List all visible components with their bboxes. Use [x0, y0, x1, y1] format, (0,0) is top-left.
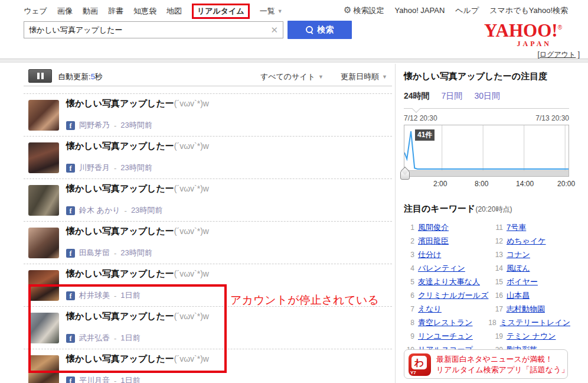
- result-thumbnail[interactable]: [28, 355, 59, 383]
- pause-button[interactable]: [28, 69, 52, 83]
- keyword-link[interactable]: 山本昌: [507, 290, 530, 301]
- timestamp: 1日前: [120, 333, 140, 343]
- timestamp: 1日前: [120, 290, 140, 301]
- result-title[interactable]: 懐かしい写真アップしたー(´vωv`*)w: [66, 353, 209, 365]
- author-link[interactable]: 鈴木 あかり: [79, 205, 120, 216]
- result-thumbnail[interactable]: [28, 185, 59, 216]
- keyword-link[interactable]: 7号車: [507, 222, 526, 233]
- range-end: 7/13 20:30: [535, 114, 569, 122]
- nav-dictionary[interactable]: 辞書: [108, 6, 123, 17]
- help-link[interactable]: ヘルプ: [455, 5, 479, 16]
- mobile-search-link[interactable]: スマホでもYahoo!検索: [489, 5, 568, 16]
- keyword-link[interactable]: えなり: [418, 304, 442, 314]
- keyword-link[interactable]: コナン: [507, 249, 530, 260]
- nav-video[interactable]: 動画: [83, 6, 98, 17]
- result-item: 懐かしい写真アップしたー(´vωv`*)w f 岡野希乃 - 23時間前: [24, 93, 392, 136]
- tab-24h[interactable]: 24時間: [404, 91, 430, 102]
- result-thumbnail[interactable]: [28, 228, 59, 258]
- keyword-link[interactable]: バレンティン: [418, 263, 465, 274]
- yahoo-japan-link[interactable]: Yahoo! JAPAN: [395, 6, 445, 15]
- nav-web[interactable]: ウェブ: [24, 6, 47, 17]
- logout-link[interactable]: ログアウト: [540, 50, 576, 59]
- auto-update-label: 自動更新:5秒: [58, 72, 103, 82]
- keyword-link[interactable]: めちゃイケ: [507, 236, 546, 246]
- keyword-row: 3仕分け 13コナン: [404, 248, 570, 261]
- keyword-link[interactable]: 仕分け: [418, 249, 441, 260]
- app-promo-banner[interactable]: わ Y7 最新面白ネタやニュースが満載！ リアルタイム検索アプリ「話題なう」: [404, 349, 568, 379]
- utility-nav: ⚙検索設定 Yahoo! JAPAN ヘルプ スマホでもYahoo!検索: [344, 5, 568, 16]
- author-link[interactable]: 村井球美: [79, 290, 110, 301]
- keyword-link[interactable]: 志村動物園: [507, 304, 545, 314]
- keyword-link[interactable]: クリミナルガールズ: [418, 290, 488, 301]
- keyword-link[interactable]: 風間俊介: [418, 222, 449, 233]
- keyword-rank: 13: [492, 251, 503, 259]
- facebook-icon: f: [66, 121, 75, 130]
- result-title[interactable]: 懐かしい写真アップしたー(´vωv`*)w: [66, 141, 209, 152]
- keyword-link[interactable]: 濱田龍臣: [418, 236, 449, 246]
- keyword-link[interactable]: テミン ナウン: [507, 331, 556, 342]
- nav-realtime-active[interactable]: リアルタイム: [192, 4, 250, 19]
- author-link[interactable]: 平川月音: [79, 375, 110, 383]
- chart-range: 7/12 20:30 7/13 20:30: [404, 114, 569, 122]
- author-link[interactable]: 岡野希乃: [79, 120, 110, 131]
- keyword-rank: 6: [404, 291, 414, 300]
- result-meta: f 村井球美 - 1日前: [66, 290, 141, 301]
- tab-30d[interactable]: 30日間: [474, 91, 500, 102]
- nav-map[interactable]: 地図: [166, 6, 182, 17]
- author-link[interactable]: 田島芽留: [79, 248, 110, 258]
- annotation-text: アカウントが停止されている: [230, 293, 379, 308]
- yahoo-japan-logo[interactable]: YAHOO!® JAPAN: [484, 20, 562, 48]
- sidebar: 懐かしい写真アップしたーの注目度 24時間 7日間 30日間 7/12 20:3…: [404, 66, 570, 356]
- timestamp: 23時間前: [120, 248, 152, 258]
- search-input[interactable]: [24, 25, 283, 34]
- site-filter-dropdown[interactable]: すべてのサイト ▼: [260, 72, 324, 82]
- tab-7d[interactable]: 7日間: [442, 91, 463, 102]
- keyword-rank: 11: [492, 223, 503, 232]
- result-title[interactable]: 懐かしい写真アップしたー(´vωv`*)w: [66, 226, 209, 237]
- keyword-link[interactable]: 友達より大事な人: [418, 277, 480, 287]
- keyword-link[interactable]: 風ぽん: [507, 263, 530, 274]
- keyword-link[interactable]: 青空レストラン: [418, 317, 473, 328]
- keyword-row: 5友達より大事な人 15ボイヤー: [404, 275, 570, 288]
- clear-icon[interactable]: ✕: [270, 25, 278, 35]
- nav-image[interactable]: 画像: [57, 6, 73, 17]
- result-thumbnail[interactable]: [28, 142, 59, 173]
- chart-scrollbar[interactable]: [404, 170, 569, 176]
- keyword-link[interactable]: ミステリートレイン: [500, 317, 570, 328]
- result-title[interactable]: 懐かしい写真アップしたー(´vωv`*)w: [66, 183, 209, 194]
- app-icon: わ Y7: [409, 353, 431, 376]
- nav-chiebukuro[interactable]: 知恵袋: [133, 6, 156, 17]
- result-thumbnail[interactable]: [28, 313, 59, 343]
- result-meta: f 田島芽留 - 23時間前: [66, 248, 152, 258]
- keyword-row: 1風間俊介 117号車: [404, 220, 570, 234]
- result-title[interactable]: 懐かしい写真アップしたー(´vωv`*)w: [66, 268, 209, 280]
- timestamp: 23時間前: [120, 163, 152, 173]
- nav-more[interactable]: 一覧 ▼: [260, 6, 283, 17]
- result-item: 懐かしい写真アップしたー(´vωv`*)w f 田島芽留 - 23時間前: [24, 221, 392, 264]
- search-settings-link[interactable]: ⚙検索設定: [344, 5, 384, 16]
- keywords-timestamp: (20:20時点): [475, 205, 512, 213]
- result-item: 懐かしい写真アップしたー(´vωv`*)w f 鈴木 あかり - 23時間前: [24, 178, 392, 221]
- range-start: 7/12 20:30: [404, 114, 437, 122]
- author-link[interactable]: 川野香月: [79, 163, 110, 173]
- sort-dropdown[interactable]: 更新日時順 ▼: [341, 72, 387, 82]
- result-thumbnail[interactable]: [28, 100, 59, 131]
- keyword-rank: 9: [404, 332, 414, 340]
- result-item: 懐かしい写真アップしたー(´vωv`*)w f 武井弘香 - 1日前: [24, 306, 392, 349]
- result-title[interactable]: 懐かしい写真アップしたー(´vωv`*)w: [66, 98, 209, 109]
- author-link[interactable]: 武井弘香: [79, 333, 110, 343]
- chevron-down-icon: ▼: [382, 74, 387, 80]
- result-thumbnail[interactable]: [28, 270, 59, 301]
- keyword-rank: 17: [492, 305, 503, 313]
- result-meta: f 平川月音 - 1日前: [66, 375, 141, 383]
- search-button[interactable]: 検索: [288, 21, 352, 39]
- chart-slider-handle[interactable]: [400, 171, 410, 180]
- keyword-link[interactable]: リンユーチュン: [418, 331, 473, 342]
- result-meta: f 武井弘香 - 1日前: [66, 333, 141, 343]
- keyword-link[interactable]: ボイヤー: [507, 277, 538, 287]
- keywords-title: 注目のキーワード(20:20時点): [404, 203, 570, 215]
- timestamp: 23時間前: [120, 120, 152, 131]
- chart-tick-labels: 2:008:0014:0020:00: [404, 180, 569, 189]
- attention-tabs: 24時間 7日間 30日間: [404, 91, 569, 109]
- result-title[interactable]: 懐かしい写真アップしたー(´vωv`*)w: [66, 311, 209, 322]
